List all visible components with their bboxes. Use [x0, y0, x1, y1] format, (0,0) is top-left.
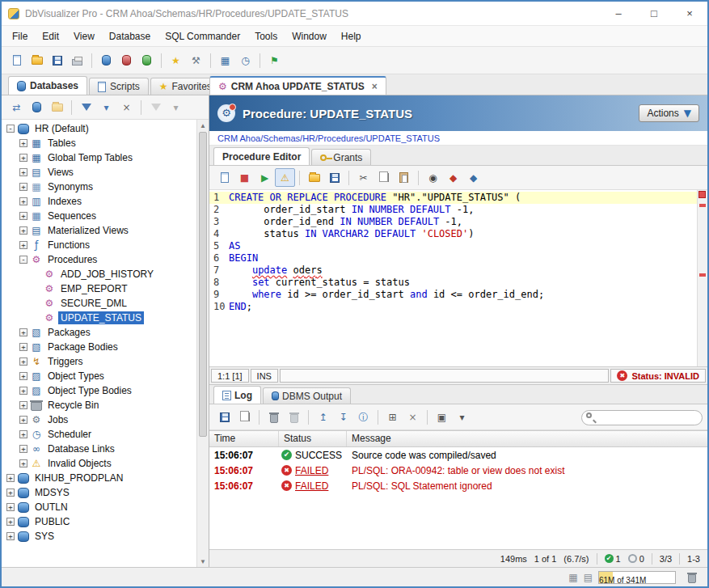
new-file-button[interactable] [6, 51, 27, 70]
filter-settings-dropdown-button[interactable]: ▾ [166, 98, 186, 116]
column-status[interactable]: Status [279, 431, 347, 446]
expand-toggle-icon[interactable]: + [19, 343, 27, 351]
compile-button[interactable]: ◆ [443, 168, 463, 187]
expand-toggle-icon[interactable]: + [19, 241, 27, 249]
menu-sql-commander[interactable]: SQL Commander [158, 27, 247, 45]
tree-item-outln[interactable]: +OUTLN [2, 500, 196, 514]
create-connection-button[interactable] [27, 98, 47, 116]
menu-view[interactable]: View [66, 27, 102, 45]
menu-edit[interactable]: Edit [35, 27, 66, 45]
tree-item-indexes[interactable]: +▥Indexes [2, 194, 196, 209]
create-folder-button[interactable] [47, 98, 67, 116]
tree-item-tables[interactable]: +▦Tables [2, 136, 196, 150]
tree-item-synonyms[interactable]: +▦Synonyms [2, 180, 196, 194]
show-warnings-button[interactable]: ⚠ [275, 168, 295, 187]
tree-item-database-links[interactable]: +∞Database Links [2, 442, 196, 456]
error-mark-icon[interactable] [699, 204, 706, 207]
open-file-button[interactable] [304, 168, 324, 187]
tree-item-invalid-objects[interactable]: +⚠Invalid Objects [2, 456, 196, 471]
scroll-track[interactable] [197, 131, 209, 556]
tree-item-packages[interactable]: +▧Packages [2, 325, 196, 340]
view-options-button[interactable]: ▣ [432, 408, 452, 426]
add-connection-button[interactable] [137, 51, 157, 70]
search-input[interactable] [581, 410, 703, 425]
table-grid-button[interactable]: ▦ [215, 51, 235, 70]
menu-help[interactable]: Help [334, 27, 369, 45]
tree-item-views[interactable]: +▤Views [2, 165, 196, 180]
collapse-toggle-icon[interactable]: - [6, 125, 15, 133]
expand-toggle-icon[interactable]: + [19, 212, 27, 220]
expand-toggle-icon[interactable]: + [6, 474, 15, 482]
tab-close-icon[interactable]: × [372, 81, 378, 92]
tree-item-materialized-views[interactable]: +▤Materialized Views [2, 223, 196, 238]
minimize-button[interactable]: – [601, 2, 636, 25]
expand-toggle-icon[interactable]: + [19, 387, 27, 395]
execute-button[interactable]: ▶ [255, 168, 275, 187]
column-time[interactable]: Time [209, 431, 279, 446]
tree-item-public[interactable]: +PUBLIC [2, 514, 196, 529]
tree-item-triggers[interactable]: +↯Triggers [2, 354, 196, 369]
tree-item-jobs[interactable]: +⚙Jobs [2, 412, 196, 427]
error-mark-icon[interactable] [699, 273, 706, 277]
tree-item-secure-dml[interactable]: +⚙SECURE_DML [2, 296, 196, 311]
scroll-up-icon[interactable]: ▲ [200, 120, 206, 131]
grid-view-icon[interactable]: ▦ [568, 573, 577, 582]
expand-toggle-icon[interactable]: + [6, 489, 15, 497]
log-row[interactable]: 15:06:07FAILEDPL/SQL: SQL Statement igno… [209, 478, 707, 493]
menu-database[interactable]: Database [102, 27, 158, 45]
favorites-star-button[interactable]: ★ [166, 51, 186, 70]
tree-scrollbar[interactable]: ▲ ▼ [196, 120, 209, 567]
expand-toggle-icon[interactable]: + [19, 430, 27, 438]
debug-compile-button[interactable]: ◆ [463, 168, 483, 187]
fit-columns-button[interactable]: ⊞ [382, 408, 403, 426]
tab-procedure-editor[interactable]: Procedure Editor [213, 147, 310, 165]
paste-button[interactable] [394, 168, 414, 187]
stop-button[interactable]: ■ [234, 168, 255, 187]
text-view-icon[interactable]: ▤ [584, 573, 593, 582]
tail-log-button[interactable]: ↧ [333, 408, 353, 426]
scroll-down-icon[interactable]: ▼ [200, 556, 206, 567]
tab-databases[interactable]: Databases [8, 76, 87, 95]
collapse-toggle-icon[interactable]: - [19, 256, 27, 264]
tree-item-mdsys[interactable]: +MDSYS [2, 485, 196, 500]
tree-item-recycle-bin[interactable]: +Recycle Bin [2, 398, 196, 412]
expand-toggle-icon[interactable]: + [19, 372, 27, 380]
expand-toggle-icon[interactable]: + [19, 459, 27, 467]
disconnect-button[interactable] [116, 51, 137, 70]
menu-file[interactable]: File [5, 27, 35, 45]
log-info-button[interactable]: ⓘ [353, 408, 373, 426]
tree-item-package-bodies[interactable]: +▧Package Bodies [2, 340, 196, 354]
tree-item-functions[interactable]: +ƒFunctions [2, 238, 196, 252]
garbage-collect-button[interactable] [682, 568, 702, 586]
tree-item-kihub-prodplan[interactable]: +KIHUB_PRODPLAN [2, 471, 196, 485]
expand-toggle-icon[interactable]: + [19, 168, 27, 176]
menu-window[interactable]: Window [285, 27, 334, 45]
filter-dropdown-button[interactable]: ▾ [96, 98, 116, 116]
copy-button[interactable] [373, 168, 394, 187]
error-stripe[interactable] [697, 190, 707, 366]
log-row[interactable]: 15:06:07SUCCESSSource code was compiled/… [209, 447, 707, 463]
expand-toggle-icon[interactable]: + [19, 445, 27, 453]
clear-log-button[interactable] [284, 408, 304, 426]
schedule-clock-button[interactable]: ◷ [235, 51, 255, 70]
reset-columns-button[interactable]: × [403, 408, 423, 426]
filter-settings-button[interactable] [146, 98, 166, 116]
connect-button[interactable] [96, 51, 116, 70]
tree-item-scheduler[interactable]: +◷Scheduler [2, 427, 196, 442]
save-button[interactable] [47, 51, 67, 70]
export-save-button[interactable] [324, 168, 344, 187]
actions-button[interactable]: Actions ▼ [639, 104, 699, 122]
maximize-button[interactable]: □ [636, 2, 672, 25]
menu-tools[interactable]: Tools [247, 27, 285, 45]
expand-toggle-icon[interactable]: + [19, 357, 27, 366]
open-folder-button[interactable] [27, 51, 47, 70]
expand-toggle-icon[interactable]: + [19, 226, 27, 235]
new-procedure-button[interactable] [214, 168, 234, 187]
expand-toggle-icon[interactable]: + [6, 503, 15, 511]
run-flag-button[interactable]: ⚑ [264, 51, 285, 70]
close-button[interactable]: × [672, 2, 707, 25]
scroll-thumb[interactable] [199, 132, 207, 437]
tree-item-procedures[interactable]: -⚙Procedures [2, 252, 196, 267]
tree-item-sequences[interactable]: +▦Sequences [2, 209, 196, 223]
tab-log[interactable]: Log [213, 386, 261, 404]
